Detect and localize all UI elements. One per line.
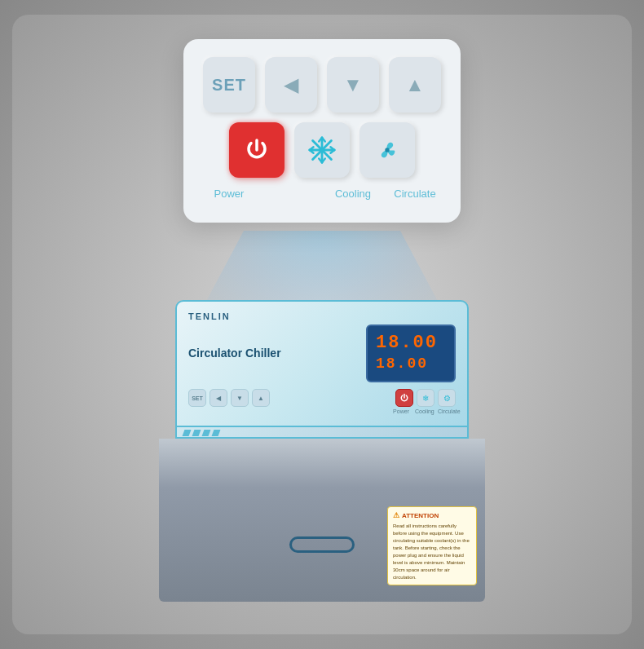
power-label: Power <box>203 188 255 200</box>
machine-base-panel <box>175 427 469 439</box>
attention-label: ⚠ ATTENTION Read all instructions carefu… <box>387 506 477 585</box>
lcd-display: 18.00 18.00 <box>366 324 456 382</box>
machine-arrow-left-button[interactable]: ◀ <box>210 389 227 407</box>
arrow-up-icon: ▲ <box>405 73 425 96</box>
attention-text: Read all instructions carefully before u… <box>393 523 471 581</box>
fan-icon <box>373 135 402 165</box>
cooling-button[interactable] <box>294 122 350 178</box>
power-button[interactable] <box>229 122 285 178</box>
stripe-3 <box>202 430 211 436</box>
stripe-4 <box>212 430 221 436</box>
svg-point-12 <box>385 148 389 152</box>
stripe-1 <box>183 430 192 436</box>
machine-arrow-up-button[interactable]: ▲ <box>252 389 270 407</box>
machine-body: TENLIN Circulator Chiller 18.00 18.00 SE… <box>159 300 485 602</box>
stripe-2 <box>192 430 201 436</box>
main-container: SET ◀ ▼ ▲ <box>12 15 632 634</box>
attention-triangle-icon: ⚠ <box>393 510 399 521</box>
machine-content: Circulator Chiller 18.00 18.00 <box>188 324 456 382</box>
machine-power-button[interactable] <box>395 389 413 407</box>
machine-tank: ⚠ ATTENTION Read all instructions carefu… <box>159 439 485 602</box>
machine-stripes <box>177 427 467 439</box>
lcd-row-top: 18.00 <box>376 333 446 353</box>
circulate-button[interactable] <box>359 122 415 178</box>
lcd-row-bottom: 18.00 <box>376 355 446 372</box>
power-icon <box>242 135 271 165</box>
arrow-up-button[interactable]: ▲ <box>389 57 441 113</box>
arrow-down-button[interactable]: ▼ <box>327 57 379 113</box>
machine-cooling-small-label: Cooling <box>415 408 433 414</box>
arrow-down-icon: ▼ <box>343 73 363 96</box>
empty-spacer <box>265 188 317 200</box>
bottom-buttons-row <box>203 122 441 178</box>
tank-handle <box>289 536 355 553</box>
control-panel: SET ◀ ▼ ▲ <box>183 39 461 223</box>
machine-top-panel: TENLIN Circulator Chiller 18.00 18.00 SE… <box>175 300 469 427</box>
machine-labels-row: Power Cooling Circulate <box>188 408 456 414</box>
set-button[interactable]: SET <box>203 57 255 113</box>
top-buttons-row: SET ◀ ▼ ▲ <box>203 57 441 113</box>
arrow-left-icon: ◀ <box>284 73 298 96</box>
attention-title: ⚠ ATTENTION <box>393 510 471 521</box>
lcd-bottom-value: 18.00 <box>376 355 428 372</box>
machine-arrow-down-button[interactable]: ▼ <box>231 389 249 407</box>
machine-set-button[interactable]: SET <box>188 389 206 407</box>
machine-circulate-button[interactable]: ⚙ <box>438 389 456 407</box>
machine-circulate-small-label: Circulate <box>438 408 456 414</box>
lcd-top-value: 18.00 <box>376 333 438 353</box>
machine-power-small-label: Power <box>392 408 410 414</box>
snowflake-icon <box>307 135 337 166</box>
labels-row: Power Cooling Circulate <box>203 188 441 200</box>
circulate-label: Circulate <box>389 188 441 200</box>
machine-title: Circulator Chiller <box>188 346 358 360</box>
machine-brand: TENLIN <box>188 311 456 321</box>
arrow-left-button[interactable]: ◀ <box>265 57 317 113</box>
machine-cooling-button[interactable]: ❄ <box>417 389 434 407</box>
cooling-label: Cooling <box>327 188 379 200</box>
machine-power-icon <box>399 393 409 403</box>
